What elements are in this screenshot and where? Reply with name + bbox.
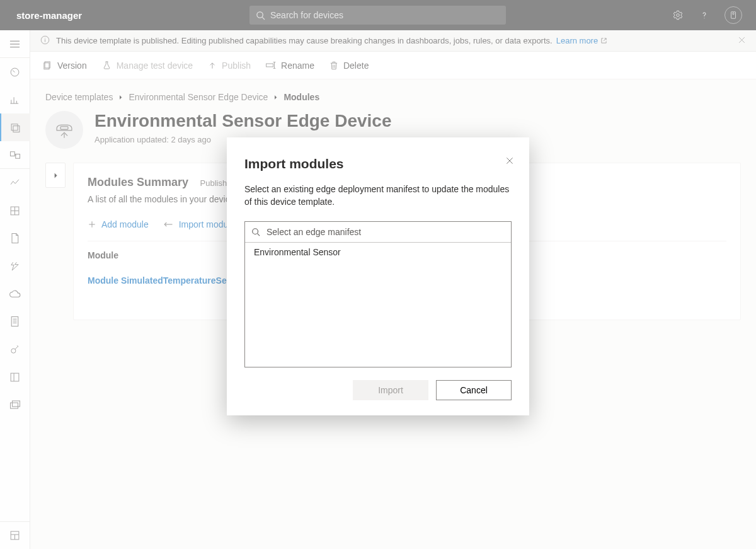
manifest-option[interactable]: Environmental Sensor: [245, 243, 511, 262]
cancel-button[interactable]: Cancel: [436, 380, 512, 400]
dialog-close-button[interactable]: [505, 156, 514, 168]
manifest-search-input[interactable]: Select an edge manifest: [245, 222, 511, 242]
search-icon: [251, 228, 260, 236]
svg-point-54: [253, 228, 258, 234]
svg-line-55: [258, 233, 260, 236]
manifest-combobox[interactable]: Select an edge manifest Environmental Se…: [244, 221, 512, 367]
import-confirm-button: Import: [353, 380, 428, 400]
manifest-placeholder: Select an edge manifest: [266, 227, 361, 237]
dialog-title: Import modules: [244, 156, 512, 171]
close-icon: [505, 156, 514, 165]
manifest-option-list: Environmental Sensor: [245, 242, 511, 367]
dialog-body-text: Select an existing edge deployment manif…: [244, 183, 512, 209]
import-modules-dialog: Import modules Select an existing edge d…: [227, 137, 529, 415]
